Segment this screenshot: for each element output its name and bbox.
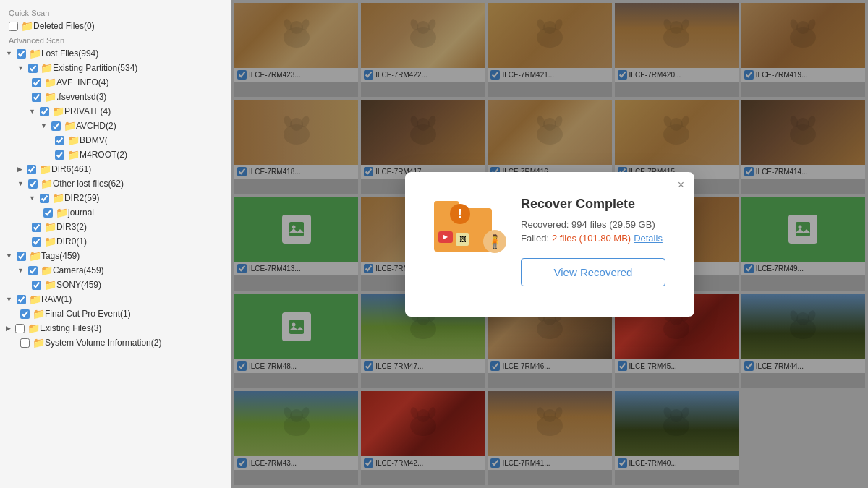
tags-checkbox[interactable] [17,252,26,261]
chevron-icon[interactable]: ▼ [6,296,12,303]
dir2-label: DIR2(59) [64,193,100,203]
sidebar-item-existing-partition[interactable]: ▼ 📁 Existing Partition(534) [0,61,231,75]
warning-icon: ! [450,204,470,224]
sidebar-item-dir2[interactable]: ▼ 📁 DIR2(59) [0,191,231,205]
folder-icon: 📁 [44,77,56,88]
sidebar-item-tags[interactable]: ▼ 📁 Tags(459) [0,249,231,263]
sidebar-item-deleted[interactable]: 📁 Deleted Files(0) [0,19,231,33]
dir3-label: DIR3(2) [56,222,87,232]
deleted-label: Deleted Files(0) [33,21,95,31]
modal-overlay: × ▶ 🖼 ! 🧍 Recover Complete Recovered: 99… [231,0,868,488]
main-content: ILCE-7RM423... ILCE-7RM422... ILCE-7RM42… [231,0,868,488]
image-icon: 🖼 [456,233,469,246]
sys-volume-label: System Volume Information(2) [45,338,161,348]
chevron-icon[interactable]: ▶ [17,166,22,173]
folder-icon: 📁 [29,294,41,305]
folder-icon: 📁 [39,163,51,175]
sys-volume-checkbox[interactable] [20,338,30,348]
journal-checkbox[interactable] [43,208,53,218]
failed-label: Failed: [521,233,549,244]
chevron-icon[interactable]: ▼ [41,122,47,129]
folder-icon: 📁 [27,322,40,334]
deleted-checkbox[interactable] [9,22,18,31]
modal-close-button[interactable]: × [678,179,684,191]
sidebar-item-raw[interactable]: ▼ 📁 RAW(1) [0,292,231,307]
modal-content: Recover Complete Recovered: 994 files (2… [521,194,665,286]
sidebar-item-dir3[interactable]: 📁 DIR3(2) [0,220,231,234]
dir6-checkbox[interactable] [27,165,36,174]
m4root-checkbox[interactable] [55,150,64,160]
other-lost-checkbox[interactable] [28,179,38,189]
lost-checkbox[interactable] [17,49,26,59]
recovery-complete-modal: × ▶ 🖼 ! 🧍 Recover Complete Recovered: 99… [405,172,694,317]
dir2-checkbox[interactable] [40,194,49,203]
existing-partition-label: Existing Partition(534) [53,63,137,73]
chevron-icon[interactable]: ▼ [17,267,24,274]
chevron-icon[interactable]: ▶ [6,325,11,332]
existing-files-checkbox[interactable] [15,324,25,333]
dir0-checkbox[interactable] [32,237,41,247]
folder-icon: 📁 [21,20,33,32]
bdmv-checkbox[interactable] [55,136,64,145]
recovered-value: 994 files (29.59 GB) [571,219,655,230]
chevron-icon[interactable]: ▼ [17,64,24,72]
avf-checkbox[interactable] [32,78,41,87]
sidebar-item-sys-volume[interactable]: 📁 System Volume Information(2) [0,335,231,350]
sidebar-item-camera[interactable]: ▼ 📁 Camera(459) [0,263,231,278]
avf-label: AVF_INFO(4) [56,77,109,87]
sidebar-item-private[interactable]: ▼ 📁 PRIVATE(4) [0,104,231,119]
sidebar-item-avf[interactable]: 📁 AVF_INFO(4) [0,75,231,90]
details-link[interactable]: Details [634,233,663,244]
sony-checkbox[interactable] [32,281,41,290]
dir6-label: DIR6(461) [51,164,91,174]
sidebar-item-avchd[interactable]: ▼ 📁 AVCHD(2) [0,119,231,133]
avchd-label: AVCHD(2) [76,121,116,131]
raw-checkbox[interactable] [17,295,26,304]
journal-label: journal [68,207,94,218]
private-checkbox[interactable] [40,107,49,116]
video-icon: ▶ [438,231,453,243]
sidebar-item-other-lost[interactable]: ▼ 📁 Other lost files(62) [0,176,231,191]
bdmv-label: BDMV( [80,135,108,145]
lost-label: Lost Files(994) [41,48,98,59]
person-icon: 🧍 [483,230,506,253]
folder-illustration: ▶ 🖼 ! 🧍 [434,194,499,252]
folder-icon: 📁 [52,192,64,204]
fseventsd-checkbox[interactable] [32,93,41,102]
folder-icon: 📁 [33,308,45,320]
chevron-icon[interactable]: ▼ [6,252,12,260]
folder-icon: 📁 [52,106,64,117]
sony-label: SONY(459) [56,280,101,290]
chevron-icon[interactable]: ▼ [29,194,35,202]
folder-icon: 📁 [44,91,56,103]
sidebar: Quick Scan 📁 Deleted Files(0) Advanced S… [0,0,231,488]
chevron-icon[interactable]: ▼ [6,50,12,57]
camera-checkbox[interactable] [28,266,38,275]
m4root-label: M4ROOT(2) [80,150,127,160]
sidebar-item-bdmv[interactable]: 📁 BDMV( [0,133,231,147]
folder-icon: 📁 [33,337,45,348]
avchd-checkbox[interactable] [51,121,61,131]
sidebar-item-existing-files[interactable]: ▶ 📁 Existing Files(3) [0,321,231,335]
modal-failed-row: Failed: 2 files (101.80 MB) Details [521,233,665,244]
camera-label: Camera(459) [53,265,104,275]
folder-icon: 📁 [56,207,68,218]
view-recovered-button[interactable]: View Recovered [521,258,665,286]
final-cut-checkbox[interactable] [20,309,30,319]
chevron-icon[interactable]: ▼ [29,108,35,115]
sidebar-item-dir6[interactable]: ▶ 📁 DIR6(461) [0,162,231,176]
chevron-icon[interactable]: ▼ [17,180,24,187]
sidebar-item-m4root[interactable]: 📁 M4ROOT(2) [0,147,231,162]
sidebar-item-fseventsd[interactable]: 📁 .fseventsd(3) [0,90,231,104]
quick-scan-label: Quick Scan [0,6,231,19]
sidebar-item-final-cut[interactable]: 📁 Final Cut Pro Event(1) [0,307,231,321]
advanced-scan-label: Advanced Scan [0,33,231,46]
sidebar-item-sony[interactable]: 📁 SONY(459) [0,278,231,292]
existing-partition-checkbox[interactable] [28,64,38,73]
sidebar-item-lost[interactable]: ▼ 📁 Lost Files(994) [0,46,231,61]
folder-icon: 📁 [44,221,56,233]
sidebar-item-journal[interactable]: 📁 journal [0,205,231,220]
sidebar-item-dir0[interactable]: 📁 DIR0(1) [0,234,231,249]
folder-icon: 📁 [64,120,76,132]
dir3-checkbox[interactable] [32,223,41,232]
